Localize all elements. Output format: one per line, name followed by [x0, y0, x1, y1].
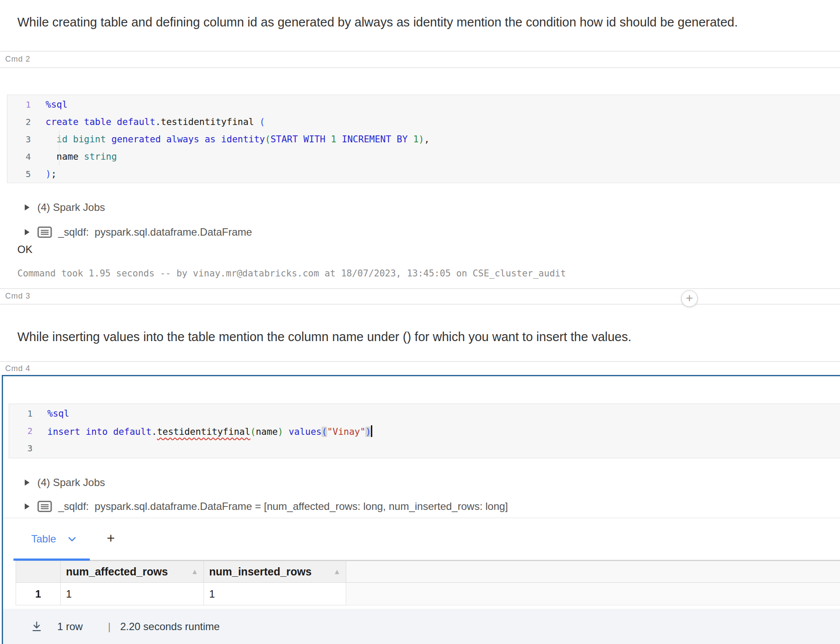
cmd3-label: Cmd 3 — [5, 292, 30, 301]
cmd4-label: Cmd 4 — [5, 364, 30, 373]
expand-arrow-icon — [25, 503, 30, 509]
code-token-hl: ( — [322, 427, 327, 437]
spark-jobs-toggle-cmd4[interactable]: (4) Spark Jobs — [25, 476, 105, 489]
line-number: 3 — [9, 443, 47, 453]
cell-num-affected-rows: 1 — [61, 583, 204, 605]
code-token-br0: ) — [46, 169, 51, 179]
expand-arrow-icon — [25, 229, 30, 235]
column-label: num_inserted_rows — [209, 565, 312, 578]
code-line-text: id bigint generated always as identity(S… — [46, 134, 430, 145]
code-token-kw: generated always as identity — [106, 134, 265, 145]
tab-table-label: Table — [31, 533, 56, 545]
text-cursor-caret — [371, 425, 372, 437]
code-line-text: %sql — [47, 408, 69, 419]
code-token-txt: ; — [51, 169, 57, 179]
code-token-str: "Vinay" — [327, 427, 366, 437]
line-number: 5 — [7, 169, 46, 179]
code-line: 2insert into default.testidentityfinal(n… — [9, 422, 840, 440]
chevron-down-icon — [67, 536, 77, 542]
code-token-br1: ) — [278, 427, 283, 437]
line-number: 2 — [7, 117, 46, 127]
add-cell-button[interactable]: + — [681, 290, 698, 307]
result-status: OK — [17, 243, 33, 256]
line-number: 4 — [7, 151, 46, 162]
code-token-txt: name — [46, 151, 84, 162]
code-token-kw: values — [283, 427, 322, 437]
sort-icon: ▲ — [191, 568, 198, 576]
code-editor-cmd4[interactable]: 1%sql2insert into default.testidentityfi… — [9, 404, 840, 458]
sqldf-toggle-cmd4[interactable]: _sqldf: pyspark.sql.dataframe.DataFrame … — [25, 500, 508, 513]
code-token-num: 1 — [413, 134, 419, 145]
plus-icon: + — [107, 530, 115, 546]
code-token-kw: create table default — [46, 117, 155, 127]
sqldf-label: _sqldf: pyspark.sql.dataframe.DataFrame … — [58, 500, 508, 513]
code-token-br0: ( — [259, 117, 265, 127]
code-token-txt: name — [256, 427, 278, 437]
code-token-type: id — [56, 134, 67, 145]
expand-arrow-icon — [25, 204, 30, 210]
dataframe-icon — [37, 226, 52, 238]
code-line: 1%sql — [7, 96, 840, 113]
code-token-br1: ) — [419, 134, 424, 145]
code-token-kw: %sql — [47, 408, 69, 419]
databricks-notebook-view: While creating table and defining column… — [0, 0, 840, 644]
code-token-hl: ) — [365, 427, 371, 437]
add-visualization-button[interactable]: + — [107, 530, 115, 546]
code-editor-cmd2[interactable]: 1%sql2create table default.testidentityf… — [7, 95, 840, 183]
expand-arrow-icon — [25, 480, 30, 486]
header-cell-num-affected-rows[interactable]: num_affected_rows ▲ — [61, 561, 204, 583]
cell-divider — [0, 361, 840, 362]
tab-table[interactable]: Table — [31, 533, 77, 545]
code-line-text: insert into default.testidentityfinal(na… — [47, 425, 372, 437]
cell-num-inserted-rows: 1 — [204, 583, 346, 605]
dataframe-icon — [37, 500, 52, 513]
code-token-kw: insert into default — [47, 427, 151, 437]
row-count-label: 1 row — [57, 621, 83, 633]
code-token-kw: INCREMENT BY — [342, 134, 408, 145]
code-token-num: 1 — [331, 134, 337, 145]
code-token-txt — [336, 134, 342, 145]
code-line-text: ); — [46, 169, 56, 179]
code-token-txt — [325, 134, 331, 145]
code-token-type: bigint — [73, 134, 106, 145]
code-token-txt: , — [424, 134, 430, 145]
cmd2-label: Cmd 2 — [5, 55, 30, 64]
code-token-br1: ( — [250, 427, 256, 437]
code-token-type: string — [84, 151, 117, 162]
results-footer: 1 row | 2.20 seconds runtime — [3, 609, 840, 644]
line-number: 3 — [7, 134, 46, 145]
sort-icon: ▲ — [333, 568, 341, 576]
line-number: 1 — [7, 99, 46, 110]
sqldf-toggle-cmd2[interactable]: _sqldf: pyspark.sql.dataframe.DataFrame — [25, 226, 252, 239]
row-filler — [346, 583, 840, 605]
code-token-kw: START WITH — [270, 134, 325, 145]
row-index-cell: 1 — [16, 583, 61, 605]
spark-jobs-label: (4) Spark Jobs — [37, 201, 105, 214]
code-token-txt — [68, 134, 73, 145]
header-cell-num-inserted-rows[interactable]: num_inserted_rows ▲ — [204, 561, 346, 583]
code-token-txt — [408, 134, 413, 145]
code-token-txt: . — [151, 427, 157, 437]
line-number: 2 — [9, 426, 47, 436]
header-cell-index — [16, 561, 61, 583]
download-results-button[interactable] — [31, 621, 43, 632]
footer-separator: | — [108, 621, 111, 633]
header-filler — [346, 561, 840, 583]
command-runtime-footer: Command took 1.95 seconds -- by vinay.mr… — [17, 268, 566, 279]
spark-jobs-toggle-cmd2[interactable]: (4) Spark Jobs — [25, 201, 105, 214]
markdown-cell-2-text: While inserting values into the table me… — [17, 330, 631, 344]
cell-divider — [0, 51, 840, 52]
table-row: 1 1 1 — [16, 583, 840, 605]
code-line: 1%sql — [9, 405, 840, 422]
runtime-label: 2.20 seconds runtime — [120, 621, 220, 633]
code-token-txt — [46, 134, 56, 145]
column-label: num_affected_rows — [66, 565, 168, 578]
code-line-text: name string — [46, 151, 117, 162]
code-token-kw: %sql — [46, 99, 68, 110]
code-line-text: %sql — [46, 99, 68, 110]
code-token-txt: .testidentityfinal — [155, 117, 259, 127]
code-line: 5); — [7, 165, 840, 183]
code-line: 4 name string — [7, 148, 840, 165]
cell-divider — [0, 304, 840, 305]
code-line: 2create table default.testidentityfinal … — [7, 113, 840, 131]
